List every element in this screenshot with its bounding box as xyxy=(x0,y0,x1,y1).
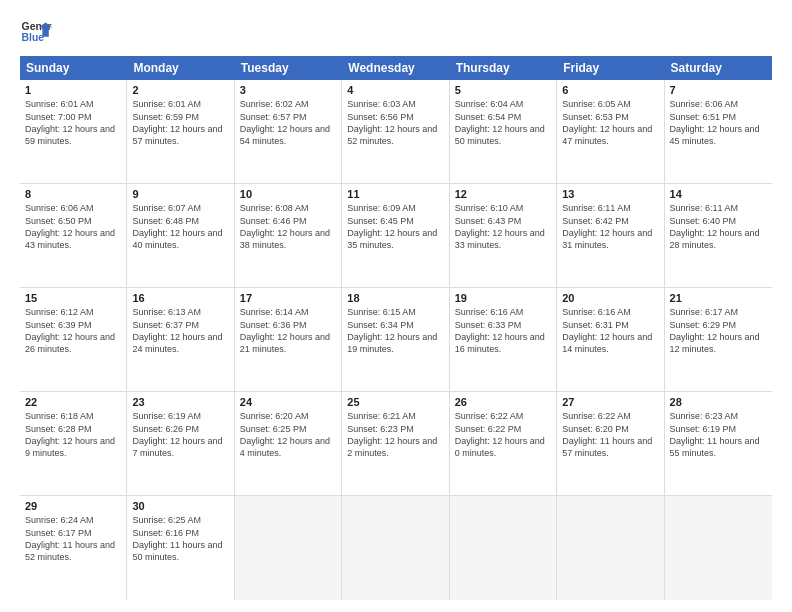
calendar-cell: 13Sunrise: 6:11 AMSunset: 6:42 PMDayligh… xyxy=(557,184,664,287)
day-header: Monday xyxy=(127,56,234,80)
day-header: Thursday xyxy=(450,56,557,80)
calendar-cell xyxy=(557,496,664,600)
calendar-cell: 7Sunrise: 6:06 AMSunset: 6:51 PMDaylight… xyxy=(665,80,772,183)
cell-info: Sunrise: 6:05 AMSunset: 6:53 PMDaylight:… xyxy=(562,99,652,146)
cell-info: Sunrise: 6:12 AMSunset: 6:39 PMDaylight:… xyxy=(25,307,115,354)
calendar-row: 29Sunrise: 6:24 AMSunset: 6:17 PMDayligh… xyxy=(20,496,772,600)
day-number: 25 xyxy=(347,395,443,409)
cell-info: Sunrise: 6:11 AMSunset: 6:42 PMDaylight:… xyxy=(562,203,652,250)
cell-info: Sunrise: 6:01 AMSunset: 6:59 PMDaylight:… xyxy=(132,99,222,146)
calendar-cell: 18Sunrise: 6:15 AMSunset: 6:34 PMDayligh… xyxy=(342,288,449,391)
calendar-cell: 21Sunrise: 6:17 AMSunset: 6:29 PMDayligh… xyxy=(665,288,772,391)
calendar-row: 1Sunrise: 6:01 AMSunset: 7:00 PMDaylight… xyxy=(20,80,772,184)
day-number: 3 xyxy=(240,83,336,97)
day-number: 7 xyxy=(670,83,767,97)
logo: General Blue xyxy=(20,16,52,48)
day-number: 24 xyxy=(240,395,336,409)
calendar-cell: 22Sunrise: 6:18 AMSunset: 6:28 PMDayligh… xyxy=(20,392,127,495)
cell-info: Sunrise: 6:19 AMSunset: 6:26 PMDaylight:… xyxy=(132,411,222,458)
day-number: 20 xyxy=(562,291,658,305)
cell-info: Sunrise: 6:02 AMSunset: 6:57 PMDaylight:… xyxy=(240,99,330,146)
calendar-cell: 30Sunrise: 6:25 AMSunset: 6:16 PMDayligh… xyxy=(127,496,234,600)
day-number: 17 xyxy=(240,291,336,305)
cell-info: Sunrise: 6:16 AMSunset: 6:31 PMDaylight:… xyxy=(562,307,652,354)
day-number: 26 xyxy=(455,395,551,409)
day-number: 23 xyxy=(132,395,228,409)
calendar-cell: 11Sunrise: 6:09 AMSunset: 6:45 PMDayligh… xyxy=(342,184,449,287)
day-number: 2 xyxy=(132,83,228,97)
cell-info: Sunrise: 6:24 AMSunset: 6:17 PMDaylight:… xyxy=(25,515,115,562)
calendar-cell: 3Sunrise: 6:02 AMSunset: 6:57 PMDaylight… xyxy=(235,80,342,183)
day-number: 15 xyxy=(25,291,121,305)
cell-info: Sunrise: 6:01 AMSunset: 7:00 PMDaylight:… xyxy=(25,99,115,146)
day-number: 1 xyxy=(25,83,121,97)
day-number: 28 xyxy=(670,395,767,409)
calendar-cell: 28Sunrise: 6:23 AMSunset: 6:19 PMDayligh… xyxy=(665,392,772,495)
calendar-cell: 1Sunrise: 6:01 AMSunset: 7:00 PMDaylight… xyxy=(20,80,127,183)
cell-info: Sunrise: 6:11 AMSunset: 6:40 PMDaylight:… xyxy=(670,203,760,250)
cell-info: Sunrise: 6:16 AMSunset: 6:33 PMDaylight:… xyxy=(455,307,545,354)
calendar-cell: 16Sunrise: 6:13 AMSunset: 6:37 PMDayligh… xyxy=(127,288,234,391)
cell-info: Sunrise: 6:22 AMSunset: 6:22 PMDaylight:… xyxy=(455,411,545,458)
calendar-cell: 6Sunrise: 6:05 AMSunset: 6:53 PMDaylight… xyxy=(557,80,664,183)
cell-info: Sunrise: 6:06 AMSunset: 6:51 PMDaylight:… xyxy=(670,99,760,146)
day-number: 5 xyxy=(455,83,551,97)
day-number: 13 xyxy=(562,187,658,201)
calendar: SundayMondayTuesdayWednesdayThursdayFrid… xyxy=(20,56,772,600)
calendar-cell: 14Sunrise: 6:11 AMSunset: 6:40 PMDayligh… xyxy=(665,184,772,287)
calendar-row: 8Sunrise: 6:06 AMSunset: 6:50 PMDaylight… xyxy=(20,184,772,288)
cell-info: Sunrise: 6:22 AMSunset: 6:20 PMDaylight:… xyxy=(562,411,652,458)
day-number: 29 xyxy=(25,499,121,513)
calendar-cell: 5Sunrise: 6:04 AMSunset: 6:54 PMDaylight… xyxy=(450,80,557,183)
cell-info: Sunrise: 6:15 AMSunset: 6:34 PMDaylight:… xyxy=(347,307,437,354)
day-number: 10 xyxy=(240,187,336,201)
day-number: 11 xyxy=(347,187,443,201)
cell-info: Sunrise: 6:20 AMSunset: 6:25 PMDaylight:… xyxy=(240,411,330,458)
day-number: 19 xyxy=(455,291,551,305)
calendar-cell: 15Sunrise: 6:12 AMSunset: 6:39 PMDayligh… xyxy=(20,288,127,391)
cell-info: Sunrise: 6:09 AMSunset: 6:45 PMDaylight:… xyxy=(347,203,437,250)
calendar-cell xyxy=(450,496,557,600)
svg-text:Blue: Blue xyxy=(22,32,45,43)
cell-info: Sunrise: 6:18 AMSunset: 6:28 PMDaylight:… xyxy=(25,411,115,458)
calendar-cell: 10Sunrise: 6:08 AMSunset: 6:46 PMDayligh… xyxy=(235,184,342,287)
day-number: 6 xyxy=(562,83,658,97)
day-number: 16 xyxy=(132,291,228,305)
calendar-cell: 27Sunrise: 6:22 AMSunset: 6:20 PMDayligh… xyxy=(557,392,664,495)
day-number: 27 xyxy=(562,395,658,409)
cell-info: Sunrise: 6:03 AMSunset: 6:56 PMDaylight:… xyxy=(347,99,437,146)
cell-info: Sunrise: 6:07 AMSunset: 6:48 PMDaylight:… xyxy=(132,203,222,250)
day-number: 9 xyxy=(132,187,228,201)
day-number: 18 xyxy=(347,291,443,305)
day-number: 14 xyxy=(670,187,767,201)
calendar-row: 22Sunrise: 6:18 AMSunset: 6:28 PMDayligh… xyxy=(20,392,772,496)
calendar-row: 15Sunrise: 6:12 AMSunset: 6:39 PMDayligh… xyxy=(20,288,772,392)
day-header: Saturday xyxy=(665,56,772,80)
calendar-cell: 17Sunrise: 6:14 AMSunset: 6:36 PMDayligh… xyxy=(235,288,342,391)
day-header: Tuesday xyxy=(235,56,342,80)
calendar-header: SundayMondayTuesdayWednesdayThursdayFrid… xyxy=(20,56,772,80)
calendar-cell: 25Sunrise: 6:21 AMSunset: 6:23 PMDayligh… xyxy=(342,392,449,495)
day-number: 21 xyxy=(670,291,767,305)
calendar-cell: 29Sunrise: 6:24 AMSunset: 6:17 PMDayligh… xyxy=(20,496,127,600)
day-number: 12 xyxy=(455,187,551,201)
calendar-body: 1Sunrise: 6:01 AMSunset: 7:00 PMDaylight… xyxy=(20,80,772,600)
day-header: Wednesday xyxy=(342,56,449,80)
logo-icon: General Blue xyxy=(20,16,52,48)
calendar-cell: 8Sunrise: 6:06 AMSunset: 6:50 PMDaylight… xyxy=(20,184,127,287)
cell-info: Sunrise: 6:17 AMSunset: 6:29 PMDaylight:… xyxy=(670,307,760,354)
calendar-cell: 4Sunrise: 6:03 AMSunset: 6:56 PMDaylight… xyxy=(342,80,449,183)
day-number: 4 xyxy=(347,83,443,97)
cell-info: Sunrise: 6:08 AMSunset: 6:46 PMDaylight:… xyxy=(240,203,330,250)
calendar-cell xyxy=(342,496,449,600)
calendar-cell: 20Sunrise: 6:16 AMSunset: 6:31 PMDayligh… xyxy=(557,288,664,391)
cell-info: Sunrise: 6:14 AMSunset: 6:36 PMDaylight:… xyxy=(240,307,330,354)
day-number: 30 xyxy=(132,499,228,513)
day-header: Friday xyxy=(557,56,664,80)
calendar-cell xyxy=(235,496,342,600)
calendar-cell: 9Sunrise: 6:07 AMSunset: 6:48 PMDaylight… xyxy=(127,184,234,287)
day-number: 8 xyxy=(25,187,121,201)
cell-info: Sunrise: 6:25 AMSunset: 6:16 PMDaylight:… xyxy=(132,515,222,562)
cell-info: Sunrise: 6:06 AMSunset: 6:50 PMDaylight:… xyxy=(25,203,115,250)
cell-info: Sunrise: 6:04 AMSunset: 6:54 PMDaylight:… xyxy=(455,99,545,146)
